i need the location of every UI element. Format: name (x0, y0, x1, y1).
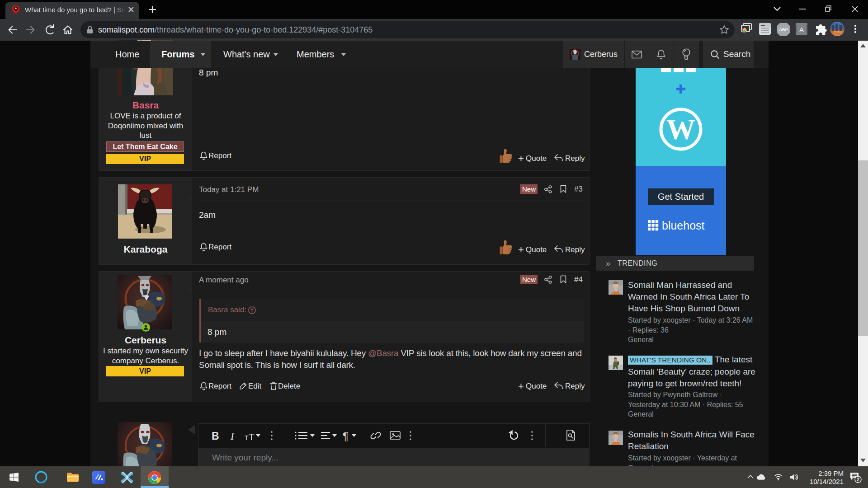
svg-text:¶: ¶ (343, 430, 349, 442)
svg-text:W: W (666, 113, 695, 145)
svg-text:B: B (212, 430, 219, 442)
svg-text:A: A (799, 26, 804, 33)
svg-text:bluehost: bluehost (662, 220, 705, 231)
svg-text:T: T (249, 432, 255, 442)
svg-text:I: I (230, 431, 235, 442)
svg-text:2: 2 (857, 477, 859, 482)
svg-text:T: T (245, 434, 249, 441)
svg-text:ABP: ABP (779, 27, 788, 32)
